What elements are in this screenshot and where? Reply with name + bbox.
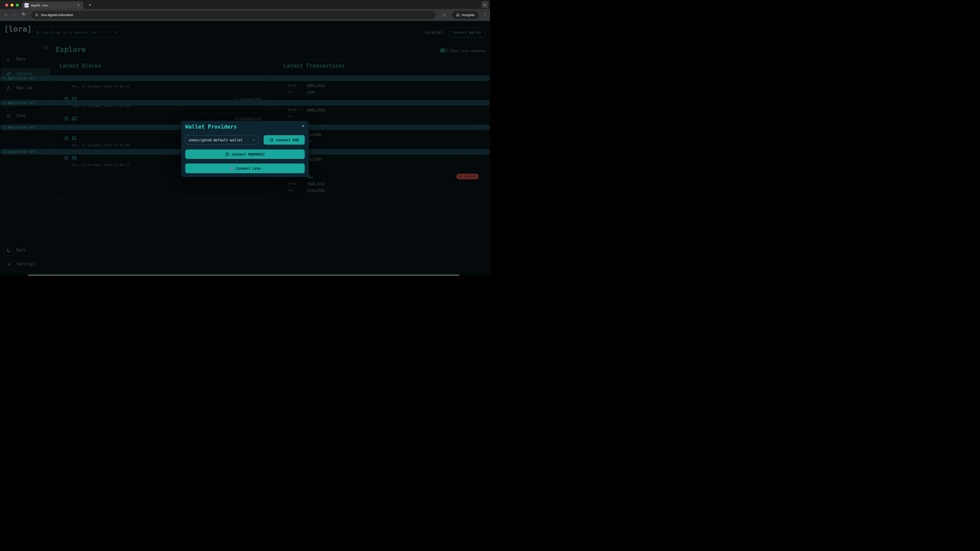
forward-nav-icon[interactable]: → bbox=[13, 12, 17, 17]
reload-icon[interactable]: ↻ bbox=[22, 12, 25, 17]
block-txn-count[interactable]: 1 transaction bbox=[235, 117, 261, 121]
connect-kmd-label: Connect KMD bbox=[276, 138, 299, 142]
latest-transactions-title: Latest Transactions bbox=[283, 63, 345, 69]
latest-transactions-card bbox=[280, 60, 483, 203]
site-settings-icon[interactable] bbox=[35, 13, 38, 17]
chevron-down-icon bbox=[483, 3, 487, 6]
from-label: From: bbox=[288, 182, 298, 186]
wallet-icon bbox=[225, 152, 229, 156]
address-bar[interactable]: lora.algokit.io/localnet bbox=[31, 11, 436, 19]
connect-kmd-button[interactable]: Connect KMD bbox=[264, 135, 305, 144]
arrow-left-icon bbox=[3, 54, 14, 65]
connect-mnemonic-button[interactable]: Connect MNEMONIC bbox=[185, 149, 305, 159]
cube-icon bbox=[64, 136, 69, 141]
transaction-type-badge: ()Application Call bbox=[0, 100, 490, 106]
logo-text: lora bbox=[9, 24, 27, 33]
lora-logo: [lora] bbox=[4, 24, 32, 33]
badge-label: Application Call bbox=[8, 101, 36, 105]
block-timestamp: Thu, 17 October 2024 17:05:51 bbox=[72, 84, 129, 88]
logo-bracket-close: ] bbox=[27, 24, 32, 33]
wallet-icon bbox=[269, 138, 274, 142]
search-box[interactable] bbox=[32, 27, 121, 38]
sidebar-item-back[interactable]: Back bbox=[0, 53, 51, 65]
back-nav-icon[interactable]: ← bbox=[4, 12, 8, 17]
sidebar-item-label: Fund bbox=[16, 114, 25, 118]
tab-favicon: [ak] bbox=[24, 3, 29, 7]
wallet-select[interactable]: unencrypted-default-wallet bbox=[185, 135, 259, 144]
moon-icon bbox=[3, 245, 14, 256]
parens-icon: () bbox=[3, 101, 6, 105]
row-divider bbox=[284, 169, 479, 169]
tab-close-icon[interactable]: ✕ bbox=[76, 3, 81, 7]
badge-label: Payment bbox=[464, 175, 476, 178]
from-label: From: bbox=[288, 108, 298, 112]
tab-search-button[interactable] bbox=[481, 1, 488, 8]
new-tab-button[interactable]: + bbox=[87, 2, 93, 8]
block-timestamp: Thu, 17 October 2024 17:04:11 bbox=[72, 163, 129, 167]
chevron-down-icon bbox=[252, 138, 256, 141]
browser-tab[interactable]: [ak] AlgoKit - lora ✕ bbox=[22, 2, 83, 9]
from-label: From: bbox=[288, 83, 298, 87]
connect-mnemonic-label: Connect MNEMONIC bbox=[232, 152, 265, 156]
wallet-providers-modal: Wallet Providers ✕ unencrypted-default-w… bbox=[181, 121, 309, 177]
connect-wallet-button[interactable]: Connect Wallet bbox=[449, 27, 485, 38]
sidebar-item-app-lab[interactable]: App Lab bbox=[0, 82, 51, 94]
to-label: To: bbox=[288, 188, 294, 192]
to-address-link[interactable]: 1048 bbox=[307, 90, 315, 94]
parens-icon: () bbox=[3, 76, 6, 80]
parens-icon: () bbox=[3, 150, 6, 154]
sidebar-item-label: Settings bbox=[16, 262, 35, 266]
to-address-link[interactable]: 6 bbox=[309, 139, 311, 143]
to-address-link[interactable]: UYJX…P5NU bbox=[307, 188, 325, 192]
sidebar-item-theme-dark[interactable]: Dark bbox=[0, 245, 51, 257]
modal-close-icon[interactable]: ✕ bbox=[302, 124, 305, 128]
page-title: Explore bbox=[56, 45, 86, 54]
row-divider bbox=[284, 120, 479, 120]
search-input[interactable] bbox=[42, 30, 111, 35]
from-address-link[interactable]: HMWD…PQSA bbox=[307, 108, 325, 112]
row-divider bbox=[59, 93, 261, 94]
connect-lute-button[interactable]: Connect Lute bbox=[185, 164, 305, 173]
live-updates-label: Show live updates bbox=[449, 49, 486, 53]
incognito-hat-icon bbox=[456, 13, 460, 17]
incognito-badge: Incognito bbox=[452, 11, 479, 19]
row-divider bbox=[284, 95, 479, 96]
sidebar-item-fund[interactable]: Fund bbox=[0, 110, 51, 122]
block-number-link[interactable]: 30 bbox=[72, 155, 76, 160]
macos-minimize-button[interactable] bbox=[11, 3, 14, 6]
browser-menu-icon[interactable]: ⋮ bbox=[483, 12, 487, 16]
sidebar-item-label: Back bbox=[16, 57, 25, 62]
cube-icon bbox=[64, 156, 69, 160]
transaction-type-badge: ()Application Call bbox=[0, 76, 490, 81]
logo-bracket-open: [ bbox=[4, 24, 9, 33]
from-address-link[interactable]: X…P5NU bbox=[309, 132, 321, 136]
sidebar-item-label: App Lab bbox=[16, 86, 32, 90]
to-label: To: bbox=[288, 114, 294, 118]
bookmark-star-icon[interactable]: ☆ bbox=[442, 13, 446, 17]
screen: [ak] AlgoKit - lora ✕ + ← → ↻ lora.algok… bbox=[0, 0, 490, 275]
block-number-link[interactable]: 32 bbox=[72, 116, 76, 121]
badge-label: Application Call bbox=[8, 125, 36, 129]
to-label: To: bbox=[288, 90, 294, 94]
block-number-link[interactable]: 31 bbox=[72, 135, 76, 141]
from-address-link[interactable]: X…P5NU bbox=[309, 157, 321, 161]
url-text: lora.algokit.io/localnet bbox=[41, 13, 73, 17]
latest-blocks-title: Latest Blocks bbox=[59, 63, 101, 69]
search-clear-icon[interactable] bbox=[114, 31, 118, 34]
transaction-type-badge: $Payment bbox=[456, 174, 479, 179]
macos-zoom-button[interactable] bbox=[16, 3, 19, 6]
sidebar-collapse-button[interactable] bbox=[43, 45, 48, 50]
macos-close-button[interactable] bbox=[5, 3, 8, 6]
sidebar-item-settings[interactable]: Settings bbox=[0, 258, 51, 270]
search-icon bbox=[36, 30, 40, 35]
lute-logo-icon bbox=[229, 166, 234, 171]
from-address-link[interactable]: HMWD…PQSA bbox=[307, 83, 325, 87]
from-address-link[interactable]: 4VW3…VTTU bbox=[307, 182, 325, 186]
dollar-circle-icon: $ bbox=[459, 175, 463, 178]
sidebar-divider bbox=[51, 21, 51, 275]
live-updates-toggle[interactable] bbox=[440, 48, 448, 52]
sidebar-item-label: Dark bbox=[16, 248, 25, 252]
badge-label: Application Call bbox=[8, 76, 36, 80]
network-label: LocalNet bbox=[425, 30, 443, 35]
cube-icon bbox=[64, 116, 69, 121]
